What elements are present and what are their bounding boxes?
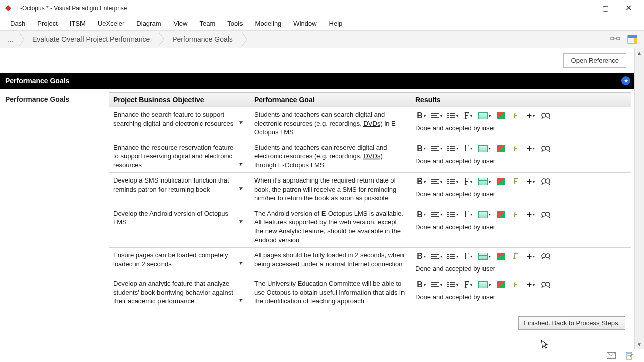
dropdown-icon[interactable]: ▼ [238,185,244,192]
dropdown-icon[interactable]: ▼ [238,260,244,267]
add-button[interactable]: + [525,110,537,121]
image-insert-button[interactable] [495,176,507,187]
scroll-up-icon[interactable]: ▲ [635,48,644,57]
section-settings-icon[interactable]: ✦ [621,76,630,85]
objective-cell[interactable]: Develop a SMS notification function that… [113,176,246,194]
align-button[interactable] [430,143,443,154]
window-maximize-button[interactable]: ▢ [594,0,617,16]
scroll-down-icon[interactable]: ▼ [635,340,644,349]
add-button[interactable]: + [525,209,537,220]
image-insert-button[interactable] [495,279,507,290]
diagram-view-icon[interactable] [609,33,622,46]
goal-cell[interactable]: Students and teachers can search digital… [254,110,407,137]
objective-cell[interactable]: Develop the Android version of Octopus L… [113,209,246,227]
table-insert-button[interactable] [477,143,492,154]
add-button[interactable]: + [525,251,537,262]
menu-diagram[interactable]: Diagram [130,18,167,29]
objective-cell[interactable]: Enhance the resource reservation feature… [113,143,246,170]
menu-view[interactable]: View [167,18,193,29]
menu-modeling[interactable]: Modeling [249,18,288,29]
bold-button[interactable]: B [415,176,427,187]
goal-cell[interactable]: The University Education Committee will … [254,279,407,306]
align-button[interactable] [430,176,443,187]
list-button[interactable] [446,209,459,220]
result-text[interactable]: Done and accepted by user [415,190,495,198]
font-button[interactable]: F [462,251,474,262]
bold-button[interactable]: B [415,279,427,290]
menu-project[interactable]: Project [31,18,63,29]
result-text[interactable]: Done and accepted by user [415,157,495,165]
find-button[interactable] [540,279,552,290]
breadcrumb-item-evaluate[interactable]: Evaluate Overall Project Performance [25,32,159,46]
image-insert-button[interactable] [495,251,507,262]
goal-cell[interactable]: All pages should be fully loaded in 2 se… [254,251,407,268]
goal-cell[interactable]: The Android version of E-Octopus LMS is … [254,209,407,244]
panel-toggle-icon[interactable] [626,33,639,46]
goal-cell[interactable]: When it's approaching the required retur… [254,176,407,203]
bold-button[interactable]: B [415,209,427,220]
objective-cell[interactable]: Develop an analytic feature that analyze… [113,279,246,306]
table-insert-button[interactable] [477,110,492,121]
clear-format-button[interactable]: F [510,143,522,154]
list-button[interactable] [446,143,459,154]
add-button[interactable]: + [525,176,537,187]
clear-format-button[interactable]: F [510,209,522,220]
list-button[interactable] [446,110,459,121]
menu-team[interactable]: Team [193,18,221,29]
menu-tools[interactable]: Tools [221,18,249,29]
find-button[interactable] [540,176,552,187]
goal-cell[interactable]: Students and teachers can reserve digita… [254,143,407,170]
menu-window[interactable]: Window [287,18,323,29]
clear-format-button[interactable]: F [510,279,522,290]
font-button[interactable]: F [462,143,474,154]
bold-button[interactable]: B [415,251,427,262]
dropdown-icon[interactable]: ▼ [238,297,244,304]
vertical-scrollbar[interactable]: ▲ ▼ [635,48,644,349]
find-button[interactable] [540,143,552,154]
dropdown-icon[interactable]: ▼ [238,161,244,168]
menu-dash[interactable]: Dash [4,18,31,29]
result-text[interactable]: Done and accepted by user [415,124,495,132]
font-button[interactable]: F [462,176,474,187]
menu-uexceler[interactable]: UeXceler [92,18,130,29]
align-button[interactable] [430,209,443,220]
font-button[interactable]: F [462,279,474,290]
bold-button[interactable]: B [415,110,427,121]
window-close-button[interactable]: ✕ [617,0,640,16]
clear-format-button[interactable]: F [510,176,522,187]
font-button[interactable]: F [462,110,474,121]
clear-format-button[interactable]: F [510,251,522,262]
find-button[interactable] [540,251,552,262]
objective-cell[interactable]: Enhance the search feature to support se… [113,110,246,128]
list-button[interactable] [446,251,459,262]
add-button[interactable]: + [525,143,537,154]
align-button[interactable] [430,251,443,262]
breadcrumb-item-goals[interactable]: Performance Goals [165,32,242,46]
image-insert-button[interactable] [495,143,507,154]
bold-button[interactable]: B [415,143,427,154]
table-insert-button[interactable] [477,176,492,187]
window-minimize-button[interactable]: ― [571,0,594,16]
list-button[interactable] [446,279,459,290]
table-insert-button[interactable] [477,209,492,220]
open-reference-button[interactable]: Open Reference [564,53,626,68]
breadcrumb-root[interactable]: ... [2,32,19,46]
menu-help[interactable]: Help [323,18,349,29]
add-button[interactable]: + [525,279,537,290]
result-text[interactable]: Done and accepted by user [415,265,495,273]
result-text[interactable]: Done and accepted by user [415,293,496,301]
font-button[interactable]: F [462,209,474,220]
table-insert-button[interactable] [477,279,492,290]
objective-cell[interactable]: Ensure pages can be loaded competely loa… [113,251,246,268]
image-insert-button[interactable] [495,110,507,121]
result-text[interactable]: Done and accepted by user [415,223,495,231]
edit-note-icon[interactable] [625,351,634,360]
find-button[interactable] [540,110,552,121]
dropdown-icon[interactable]: ▼ [238,119,244,126]
table-insert-button[interactable] [477,251,492,262]
align-button[interactable] [430,279,443,290]
image-insert-button[interactable] [495,209,507,220]
list-button[interactable] [446,176,459,187]
dropdown-icon[interactable]: ▼ [238,218,244,225]
clear-format-button[interactable]: F [510,110,522,121]
